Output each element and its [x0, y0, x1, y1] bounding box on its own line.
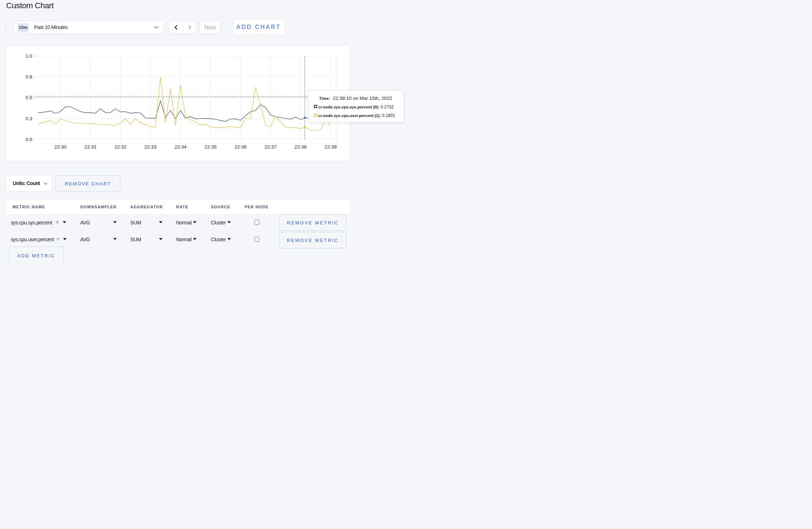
svg-text:22:37: 22:37 [265, 144, 277, 150]
svg-text:0.8: 0.8 [25, 74, 32, 79]
svg-text:0.5: 0.5 [25, 95, 32, 100]
svg-text:22:33: 22:33 [144, 144, 156, 150]
svg-text:22:39: 22:39 [324, 144, 337, 150]
svg-text:22:35: 22:35 [204, 144, 217, 150]
svg-text:0.0: 0.0 [25, 137, 32, 142]
svg-text:0.3: 0.3 [25, 116, 32, 121]
svg-text:22:34: 22:34 [174, 144, 187, 150]
svg-text:1.0: 1.0 [25, 53, 32, 59]
svg-text:22:32: 22:32 [115, 144, 127, 150]
svg-text:22:30: 22:30 [54, 144, 67, 150]
svg-text:22:38: 22:38 [295, 144, 307, 150]
svg-text:22:36: 22:36 [235, 144, 247, 150]
svg-text:22:31: 22:31 [84, 144, 97, 150]
